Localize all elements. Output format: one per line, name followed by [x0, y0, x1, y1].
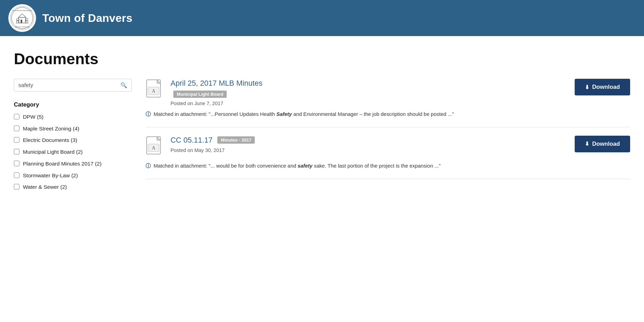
result-tag-row: Municipal Light Board	[171, 91, 262, 98]
svg-rect-11	[26, 20, 27, 21]
list-item: Planning Board Minutes 2017 (2)	[14, 160, 132, 168]
category-item-label: Electric Documents (3)	[23, 136, 77, 144]
category-checkbox-mlb[interactable]	[14, 149, 19, 154]
category-item-label: DPW (5)	[23, 113, 43, 121]
page-title: Documents	[14, 50, 630, 68]
result-left: A CC 05.11.17 Minutes - 2017 Posted on M…	[146, 136, 255, 158]
info-icon: ⓘ	[146, 111, 151, 117]
category-tag: Minutes - 2017	[217, 136, 255, 144]
result-info: April 25, 2017 MLB Minutes Municipal Lig…	[171, 79, 262, 106]
pdf-file-icon: A	[146, 136, 164, 157]
pdf-icon: A	[146, 136, 165, 158]
search-box: 🔍	[14, 79, 132, 92]
list-item: Stormwater By-Law (2)	[14, 172, 132, 179]
result-left: A April 25, 2017 MLB Minutes Municipal L…	[146, 79, 262, 106]
result-info: CC 05.11.17 Minutes - 2017 Posted on May…	[171, 136, 255, 153]
category-checkbox-water[interactable]	[14, 184, 19, 189]
result-match: ⓘ Matched in attachment: "...Personnel U…	[146, 110, 630, 119]
category-checkbox-planning[interactable]	[14, 161, 19, 166]
search-icon[interactable]: 🔍	[120, 82, 127, 88]
category-item-label: Planning Board Minutes 2017 (2)	[23, 160, 102, 168]
pdf-icon: A	[146, 79, 165, 101]
result-card: A CC 05.11.17 Minutes - 2017 Posted on M…	[146, 127, 630, 179]
category-checkbox-dpw[interactable]	[14, 114, 19, 119]
svg-text:A: A	[152, 145, 156, 151]
download-button[interactable]: ⬇ Download	[575, 79, 630, 95]
category-item-label: Municipal Light Board (2)	[23, 148, 82, 156]
list-item: Electric Documents (3)	[14, 136, 132, 144]
list-item: Maple Street Zoning (4)	[14, 125, 132, 133]
download-button[interactable]: ⬇ Download	[575, 136, 630, 152]
category-label: Category	[14, 101, 132, 108]
result-date: Posted on June 7, 2017	[171, 101, 262, 106]
search-input[interactable]	[18, 82, 120, 88]
category-item-label: Water & Sewer (2)	[23, 183, 67, 191]
list-item: DPW (5)	[14, 113, 132, 121]
svg-text:THE KING UNWILLING: THE KING UNWILLING	[15, 26, 30, 28]
site-logo: DANVERS INCORPORATED THE KING UNWILLING	[8, 4, 36, 32]
category-list: DPW (5) Maple Street Zoning (4) Electric…	[14, 113, 132, 191]
result-top: A CC 05.11.17 Minutes - 2017 Posted on M…	[146, 136, 630, 158]
svg-rect-5	[21, 20, 23, 23]
download-icon: ⬇	[585, 141, 589, 147]
info-icon: ⓘ	[146, 163, 151, 169]
site-title: Town of Danvers	[42, 12, 132, 25]
category-item-label: Stormwater By-Law (2)	[23, 172, 78, 179]
result-top: A April 25, 2017 MLB Minutes Municipal L…	[146, 79, 630, 106]
category-checkbox-stormwater[interactable]	[14, 172, 19, 178]
seal-icon: DANVERS INCORPORATED THE KING UNWILLING	[10, 6, 35, 31]
result-title-row: April 25, 2017 MLB Minutes	[171, 79, 262, 88]
list-item: Municipal Light Board (2)	[14, 148, 132, 156]
svg-text:A: A	[152, 88, 156, 94]
results-list: A April 25, 2017 MLB Minutes Municipal L…	[146, 79, 630, 179]
category-checkbox-maple[interactable]	[14, 126, 19, 131]
result-title-row: CC 05.11.17 Minutes - 2017	[171, 136, 255, 145]
result-match: ⓘ Matched in attachment: "... would be f…	[146, 162, 630, 170]
pdf-file-icon: A	[146, 79, 164, 100]
download-label: Download	[592, 141, 620, 147]
download-icon: ⬇	[585, 84, 589, 91]
site-header: DANVERS INCORPORATED THE KING UNWILLING …	[0, 0, 644, 36]
category-item-label: Maple Street Zoning (4)	[23, 125, 79, 133]
svg-text:DANVERS INCORPORATED: DANVERS INCORPORATED	[12, 10, 32, 11]
result-title-link[interactable]: CC 05.11.17	[171, 136, 212, 145]
list-item: Water & Sewer (2)	[14, 183, 132, 191]
result-date: Posted on May 30, 2017	[171, 147, 255, 153]
category-checkbox-electric[interactable]	[14, 137, 19, 143]
result-title-link[interactable]: April 25, 2017 MLB Minutes	[171, 79, 262, 88]
category-tag: Municipal Light Board	[173, 91, 227, 98]
sidebar: 🔍 Category DPW (5) Maple Street Zoning (…	[14, 79, 132, 191]
download-label: Download	[592, 84, 620, 91]
svg-rect-9	[17, 20, 18, 21]
result-card: A April 25, 2017 MLB Minutes Municipal L…	[146, 79, 630, 127]
